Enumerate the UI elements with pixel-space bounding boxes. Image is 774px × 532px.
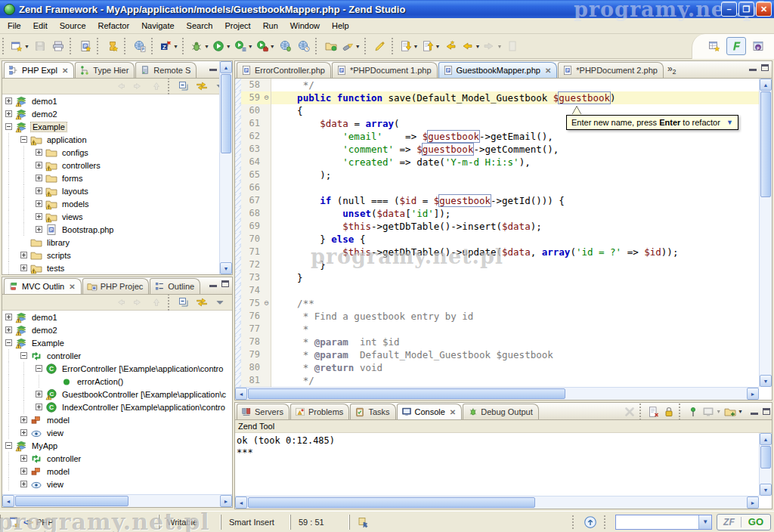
expand-icon[interactable] <box>5 314 12 320</box>
menu-search[interactable]: Search <box>181 19 219 32</box>
code-text[interactable]: if (null === ($id = $guestbook->getId())… <box>271 194 759 207</box>
new-php-file-icon[interactable]: P <box>76 37 94 55</box>
code-text[interactable]: unset($data['id']); <box>271 207 759 220</box>
maximize-view-icon[interactable] <box>763 408 770 415</box>
menu-refactor[interactable]: Refactor <box>92 19 136 32</box>
expand-icon[interactable] <box>36 404 42 410</box>
mvc-outline-tree-item[interactable]: controller <box>2 452 232 465</box>
mvc-outline-tree-item[interactable]: Example <box>2 336 232 349</box>
dropdown-arrow-icon[interactable]: ▼ <box>248 44 253 49</box>
code-text[interactable]: * @return void <box>271 361 759 374</box>
expand-icon[interactable] <box>36 391 42 397</box>
console-tab[interactable]: Servers <box>237 404 289 419</box>
php-explorer-tree-item[interactable]: PBootstrap.php <box>2 223 232 236</box>
console-tab[interactable]: Debug Output <box>463 404 539 419</box>
highlight-icon[interactable] <box>371 37 389 55</box>
dropdown-arrow-icon[interactable]: ▼ <box>413 44 419 49</box>
debug-url-icon[interactable] <box>277 37 295 55</box>
zend-tool-combo[interactable]: ▼ <box>615 515 712 530</box>
combo-dropdown-icon[interactable]: ▼ <box>698 515 711 529</box>
collapse-icon[interactable] <box>5 123 12 130</box>
mvc-outline-tab[interactable]: PHP Projec <box>82 278 150 294</box>
code-line[interactable]: 79 * @param Default_Model_Guestbook $gue… <box>235 348 759 361</box>
code-line[interactable]: 73 } <box>235 271 759 284</box>
expand-icon[interactable] <box>36 213 42 220</box>
occurrence-navigation-icon[interactable] <box>358 516 370 528</box>
editor-tab[interactable]: PErrorController.php <box>237 62 331 78</box>
expand-icon[interactable] <box>20 455 27 462</box>
code-line[interactable]: 65 ); <box>235 169 759 181</box>
link-editor-icon[interactable] <box>193 77 211 95</box>
mvc-outline-tree-item[interactable]: CIndexController [\Example\application\c… <box>2 401 232 413</box>
expand-icon[interactable] <box>20 264 27 271</box>
code-line[interactable]: 69 $this->getDbTable()->insert($data); <box>235 220 759 233</box>
collapse-icon[interactable] <box>5 442 12 449</box>
mvc-outline-tree-item[interactable]: CGuestbookController [\Example\applicati… <box>2 388 232 401</box>
code-text[interactable]: * @param int $id <box>271 336 759 348</box>
code-line[interactable]: 72 } <box>235 258 759 271</box>
dropdown-arrow-icon[interactable]: ▼ <box>435 44 441 49</box>
maximize-view-icon[interactable] <box>221 280 229 287</box>
code-text[interactable]: public function save(Default_Model_Guest… <box>271 91 759 104</box>
collapse-icon[interactable] <box>5 339 12 346</box>
php-explorer-tree-item[interactable]: models <box>2 197 232 210</box>
expand-icon[interactable] <box>36 175 42 181</box>
php-perspective-icon[interactable]: p <box>748 37 768 55</box>
dropdown-arrow-icon[interactable]: ▼ <box>475 44 480 49</box>
editor-tab[interactable]: P*PHPDocument 1.php <box>332 62 438 78</box>
console-vertical-scrollbar[interactable]: ▲ ▼ <box>759 433 772 496</box>
go-button[interactable]: GO <box>741 516 770 527</box>
console-horizontal-scrollbar[interactable]: ◄ ► <box>235 496 759 509</box>
code-text[interactable]: } else { <box>271 233 759 246</box>
menu-run[interactable]: Run <box>257 19 284 32</box>
expand-icon[interactable] <box>36 226 42 233</box>
code-text[interactable]: ); <box>271 169 759 181</box>
collapse-all-icon[interactable] <box>175 77 193 95</box>
editor-horizontal-scrollbar[interactable]: ◄ ► <box>235 387 759 400</box>
expand-icon[interactable] <box>5 110 12 117</box>
code-text[interactable]: * @param Default_Model_Guestbook $guestb… <box>271 348 759 361</box>
php-explorer-tree-item[interactable]: layouts <box>2 184 232 197</box>
dropdown-arrow-icon[interactable]: ▼ <box>173 44 178 49</box>
pin-console-icon[interactable] <box>686 404 701 419</box>
code-line[interactable]: 77 * <box>235 323 759 336</box>
print-icon[interactable] <box>49 37 67 55</box>
explorer-vertical-scrollbar[interactable]: ▲ ▼ <box>219 61 232 274</box>
dropdown-arrow-icon[interactable]: ▼ <box>716 409 721 414</box>
editor-tab[interactable]: PGuestbookMapper.php✕ <box>438 62 558 78</box>
menu-source[interactable]: Source <box>54 19 92 32</box>
open-resource-icon[interactable] <box>322 37 340 55</box>
close-icon[interactable]: ✕ <box>69 283 75 291</box>
search-icon[interactable]: ▼ <box>340 37 362 55</box>
open-perspective-icon[interactable] <box>704 37 724 55</box>
php-explorer-tree-item[interactable]: configs <box>2 146 232 159</box>
collapse-icon[interactable] <box>36 365 42 372</box>
php-explorer-tree-item[interactable]: tests <box>2 261 232 274</box>
code-editor[interactable]: 58 */59⊖ public function save(Default_Mo… <box>235 79 772 400</box>
close-icon[interactable]: ✕ <box>450 408 456 416</box>
zend-perspective-icon[interactable] <box>726 37 746 55</box>
console-tab[interactable]: Problems <box>290 404 349 419</box>
php-explorer-tab[interactable]: Type Hier <box>75 62 135 78</box>
expand-icon[interactable] <box>36 187 42 194</box>
mvc-outline-tree-item[interactable]: controller <box>2 349 232 362</box>
close-icon[interactable]: ✕ <box>545 66 551 75</box>
menu-project[interactable]: Project <box>218 19 256 32</box>
new-wizard-icon[interactable]: ▼ <box>9 37 31 55</box>
code-line[interactable]: 66 <box>235 181 759 194</box>
code-line[interactable]: 59⊖ public function save(Default_Model_G… <box>235 91 759 104</box>
debug-icon[interactable]: ▼ <box>189 37 211 55</box>
code-text[interactable]: /** <box>271 297 759 310</box>
code-text[interactable]: } <box>271 258 759 271</box>
open-console-icon[interactable]: ▼ <box>723 404 745 419</box>
last-edit-icon[interactable] <box>441 37 460 55</box>
mvc-outline-tree-item[interactable]: CErrorController [\Example\application\c… <box>2 362 232 375</box>
php-explorer-tree-item[interactable]: forms <box>2 172 232 184</box>
close-icon[interactable]: ✕ <box>756 2 772 17</box>
code-text[interactable] <box>271 284 759 297</box>
collapse-icon[interactable] <box>20 352 27 359</box>
menu-help[interactable]: Help <box>326 19 355 32</box>
clear-console-icon[interactable] <box>646 404 661 419</box>
minimize-icon[interactable]: – <box>721 2 737 17</box>
back-icon[interactable]: ▼ <box>460 37 481 55</box>
